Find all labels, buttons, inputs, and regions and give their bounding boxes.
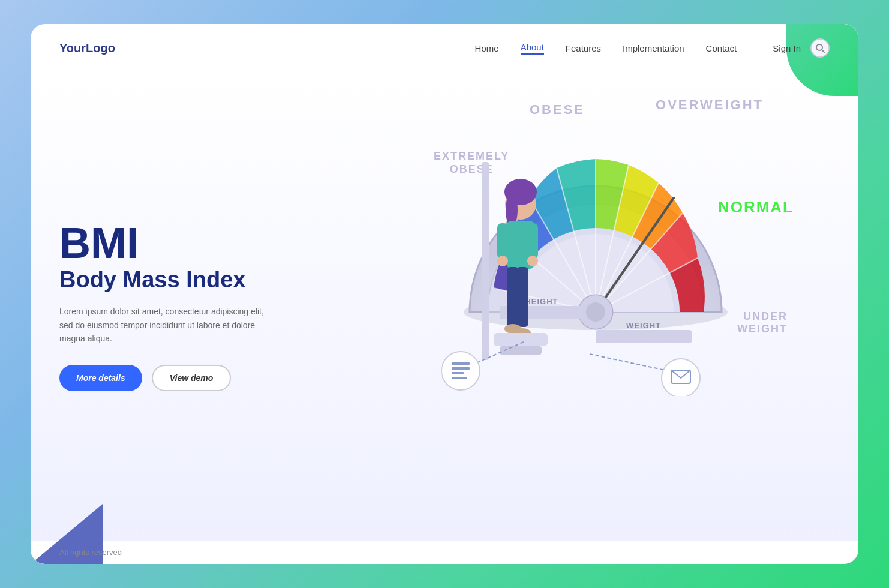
- svg-point-38: [442, 352, 480, 390]
- main-content: BMI Body Mass Index Lorem ipsum dolor si…: [31, 72, 858, 541]
- nav-right: Sign In: [773, 38, 830, 58]
- nav-implementation[interactable]: Implementation: [623, 43, 684, 53]
- footer: All rights reserved: [31, 541, 858, 564]
- header: YourLogo Home About Features Implementat…: [31, 24, 858, 72]
- bmi-title: BMI: [59, 221, 311, 265]
- copyright-text: All rights reserved: [59, 548, 122, 557]
- view-demo-button[interactable]: View demo: [152, 365, 232, 391]
- nav: Home About Features Implementation Conta…: [475, 42, 737, 55]
- button-row: More details View demo: [59, 365, 311, 391]
- bmi-description: Lorem ipsum dolor sit amet, consectetur …: [59, 305, 275, 345]
- left-panel: BMI Body Mass Index Lorem ipsum dolor si…: [59, 221, 311, 391]
- sign-in-link[interactable]: Sign In: [773, 43, 801, 53]
- search-button[interactable]: [810, 38, 830, 58]
- nav-about[interactable]: About: [521, 42, 544, 55]
- illustration: OBESE OVERWEIGHT EXTREMELYOBESE NORMAL U…: [311, 72, 830, 541]
- svg-rect-39: [452, 362, 470, 365]
- more-details-button[interactable]: More details: [59, 365, 142, 391]
- bmi-subtitle: Body Mass Index: [59, 267, 311, 293]
- logo: YourLogo: [59, 41, 115, 55]
- connection-lines: [422, 84, 794, 396]
- nav-home[interactable]: Home: [475, 43, 499, 53]
- main-card: YourLogo Home About Features Implementat…: [31, 24, 858, 564]
- gauge-area: OBESE OVERWEIGHT EXTREMELYOBESE NORMAL U…: [422, 84, 794, 396]
- nav-contact[interactable]: Contact: [706, 43, 737, 53]
- search-icon: [815, 43, 825, 53]
- svg-rect-42: [452, 377, 467, 379]
- svg-rect-41: [452, 372, 464, 374]
- svg-rect-40: [452, 367, 470, 370]
- svg-line-37: [590, 354, 674, 372]
- nav-features[interactable]: Features: [566, 43, 601, 53]
- svg-line-1: [822, 50, 824, 52]
